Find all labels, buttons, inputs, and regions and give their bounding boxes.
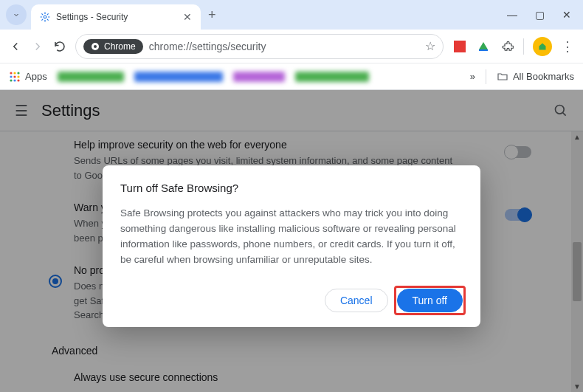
bookmark-item[interactable]	[233, 72, 285, 82]
minimize-button[interactable]: —	[507, 9, 517, 21]
svg-point-11	[10, 79, 12, 81]
svg-rect-3	[454, 41, 466, 52]
svg-point-6	[13, 72, 15, 74]
bookmark-star-button[interactable]: ☆	[425, 39, 435, 53]
tab-title: Settings - Security	[56, 12, 177, 22]
apps-shortcut[interactable]: Apps	[9, 71, 47, 83]
close-window-button[interactable]: ✕	[562, 9, 571, 21]
bookmark-item[interactable]	[58, 72, 124, 82]
svg-point-12	[13, 79, 15, 81]
svg-point-2	[94, 45, 97, 48]
bookmarks-bar: Apps » All Bookmarks	[0, 63, 583, 90]
maximize-button[interactable]: ▢	[535, 9, 545, 21]
extensions-button[interactable]	[500, 39, 514, 54]
search-tabs-button[interactable]	[6, 4, 27, 25]
extension-icon-1[interactable]	[452, 39, 467, 54]
forward-button[interactable]	[31, 40, 44, 53]
svg-point-13	[17, 79, 19, 81]
svg-point-5	[10, 72, 12, 74]
chevron-down-icon	[12, 10, 21, 19]
chrome-menu-button[interactable]: ⋮	[561, 38, 574, 55]
new-tab-button[interactable]: +	[208, 7, 216, 23]
address-bar[interactable]: Chrome chrome://settings/security ☆	[75, 34, 444, 59]
svg-point-9	[13, 75, 15, 78]
chrome-logo-icon	[91, 42, 100, 51]
apps-label: Apps	[25, 71, 47, 82]
svg-rect-4	[479, 49, 488, 51]
back-button[interactable]	[9, 40, 22, 53]
modal-overlay: Turn off Safe Browsing? Safe Browsing pr…	[0, 90, 583, 392]
browser-toolbar: Chrome chrome://settings/security ☆ ⋮	[0, 30, 583, 63]
svg-point-8	[10, 75, 12, 78]
close-tab-button[interactable]: ✕	[183, 11, 192, 23]
dialog-body: Safe Browsing protects you against attac…	[120, 206, 463, 268]
all-bookmarks-button[interactable]: All Bookmarks	[497, 71, 574, 83]
browser-tab[interactable]: Settings - Security ✕	[31, 4, 201, 30]
toolbar-separator	[523, 38, 524, 55]
site-chip[interactable]: Chrome	[83, 39, 143, 54]
cancel-button[interactable]: Cancel	[325, 289, 388, 312]
dialog-title: Turn off Safe Browsing?	[120, 182, 463, 194]
url-text: chrome://settings/security	[149, 41, 419, 52]
safe-browsing-dialog: Turn off Safe Browsing? Safe Browsing pr…	[103, 165, 480, 327]
apps-grid-icon	[9, 71, 21, 83]
window-titlebar: Settings - Security ✕ + — ▢ ✕	[0, 0, 583, 30]
home-icon	[538, 42, 547, 51]
bookmark-item[interactable]	[295, 72, 369, 82]
svg-point-0	[44, 16, 46, 18]
bookmark-item[interactable]	[134, 72, 223, 82]
gear-icon	[40, 12, 50, 22]
extension-icon-2[interactable]	[476, 39, 491, 54]
reload-button[interactable]	[53, 40, 66, 53]
turn-off-button[interactable]: Turn off	[397, 289, 463, 312]
separator	[486, 69, 486, 84]
bookmarks-overflow-button[interactable]: »	[470, 71, 475, 82]
svg-point-7	[17, 72, 19, 74]
folder-icon	[497, 71, 508, 83]
svg-point-10	[17, 75, 19, 78]
profile-avatar[interactable]	[533, 37, 552, 56]
